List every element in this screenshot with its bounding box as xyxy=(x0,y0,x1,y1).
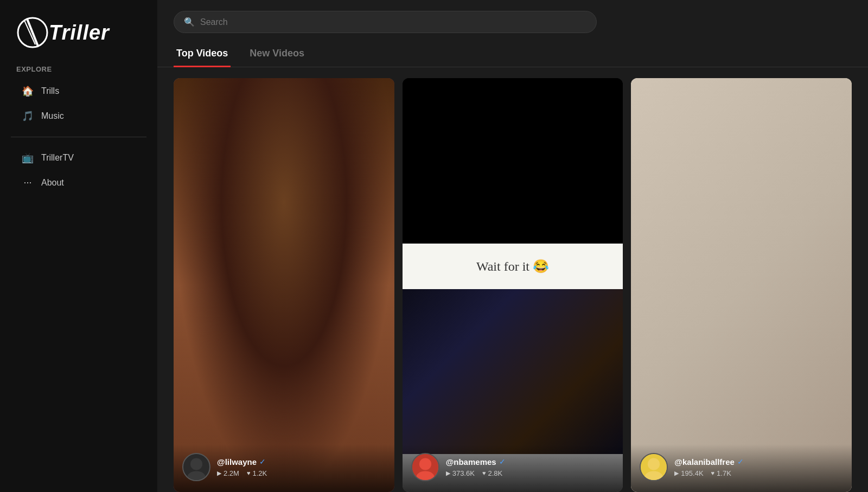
home-icon: 🏠 xyxy=(22,85,34,97)
stats-row-1: ▶ 2.2M ♥ 1.2K xyxy=(217,469,386,477)
svg-point-24 xyxy=(419,458,431,470)
plays-count-1: 2.2M xyxy=(224,469,239,477)
sidebar-item-label: TrillerTV xyxy=(41,153,74,163)
username-row-3: @kalaniballfree ✓ xyxy=(674,457,843,467)
heart-icon-2: ♥ xyxy=(482,470,486,476)
search-bar-wrapper: 🔍 xyxy=(157,0,868,41)
search-bar: 🔍 xyxy=(174,11,597,33)
verified-badge-2: ✓ xyxy=(499,457,506,466)
sidebar-nav: 🏠 Trills 🎵 Music xyxy=(0,79,157,129)
sidebar-nav-secondary: 📺 TrillerTV ··· About xyxy=(0,145,157,195)
verified-badge-3: ✓ xyxy=(737,457,744,466)
likes-stat-3: ♥ 1.7K xyxy=(711,469,731,477)
likes-count-1: 1.2K xyxy=(252,469,267,477)
likes-stat-1: ♥ 1.2K xyxy=(247,469,267,477)
svg-point-37 xyxy=(648,458,660,470)
user-details-1: @lilwayne ✓ ▶ 2.2M ♥ 1.2K xyxy=(217,457,386,477)
logo-area: Triller xyxy=(0,11,157,65)
dots-icon: ··· xyxy=(22,177,34,188)
main-content: 🔍 Top Videos New Videos xyxy=(157,0,868,492)
svg-line-1 xyxy=(27,19,38,46)
triller-logo: Triller xyxy=(16,16,141,49)
explore-label: Explore xyxy=(0,65,157,73)
verified-badge-1: ✓ xyxy=(259,457,266,466)
tab-new-videos[interactable]: New Videos xyxy=(247,41,307,67)
username-1: @lilwayne xyxy=(217,457,257,467)
overlay-text: Wait for it 😂 xyxy=(476,259,549,274)
likes-count-3: 1.7K xyxy=(717,469,731,477)
video-grid: @lilwayne ✓ ▶ 2.2M ♥ 1.2K xyxy=(157,78,868,492)
video-card-lilwayne[interactable]: @lilwayne ✓ ▶ 2.2M ♥ 1.2K xyxy=(174,78,394,492)
video-card-nbamemes[interactable]: Wait for it 😂 xyxy=(403,78,623,492)
avatar-image-3 xyxy=(641,453,667,481)
sidebar-item-trills[interactable]: 🏠 Trills xyxy=(5,79,152,104)
avatar-lilwayne xyxy=(182,453,210,481)
nav-divider xyxy=(11,137,146,137)
plays-count-3: 195.4K xyxy=(681,469,703,477)
plays-stat-2: ▶ 373.6K xyxy=(446,469,475,477)
plays-count-2: 373.6K xyxy=(452,469,475,477)
logo-icon xyxy=(16,16,49,49)
sidebar-item-label: About xyxy=(41,178,64,188)
heart-icon-1: ♥ xyxy=(247,470,251,476)
search-input[interactable] xyxy=(200,17,586,27)
username-3: @kalaniballfree xyxy=(674,457,735,467)
tab-top-videos[interactable]: Top Videos xyxy=(174,41,231,67)
user-info-3: @kalaniballfree ✓ ▶ 195.4K ♥ 1.7K xyxy=(631,444,852,492)
tv-icon: 📺 xyxy=(22,152,34,164)
video-bottom-section xyxy=(403,289,623,455)
stats-row-3: ▶ 195.4K ♥ 1.7K xyxy=(674,469,843,477)
play-icon-1: ▶ xyxy=(217,470,221,477)
user-info-2: @nbamemes ✓ ▶ 373.6K ♥ 2.8K xyxy=(403,444,623,492)
sidebar: Triller Explore 🏠 Trills 🎵 Music 📺 Trill… xyxy=(0,0,157,492)
user-details-2: @nbamemes ✓ ▶ 373.6K ♥ 2.8K xyxy=(446,457,615,477)
play-icon-3: ▶ xyxy=(674,470,679,477)
plays-stat-3: ▶ 195.4K xyxy=(674,469,703,477)
search-icon: 🔍 xyxy=(184,17,195,27)
tabs: Top Videos New Videos xyxy=(157,41,868,67)
music-icon: 🎵 xyxy=(22,110,34,122)
plays-stat-1: ▶ 2.2M xyxy=(217,469,239,477)
username-2: @nbamemes xyxy=(446,457,496,467)
username-row-2: @nbamemes ✓ xyxy=(446,457,615,467)
avatar-kalaniballfree xyxy=(640,453,668,481)
sidebar-item-label: Music xyxy=(41,111,64,121)
sidebar-item-label: Trills xyxy=(41,86,59,96)
video-middle-section: Wait for it 😂 xyxy=(403,244,623,289)
heart-icon-3: ♥ xyxy=(711,470,715,476)
svg-point-17 xyxy=(190,458,202,470)
stats-row-2: ▶ 373.6K ♥ 2.8K xyxy=(446,469,615,477)
likes-count-2: 2.8K xyxy=(488,469,502,477)
user-details-3: @kalaniballfree ✓ ▶ 195.4K ♥ 1.7K xyxy=(674,457,843,477)
username-row-1: @lilwayne ✓ xyxy=(217,457,386,467)
avatar-image-2 xyxy=(412,453,438,481)
video-top-section xyxy=(403,78,623,244)
user-info-1: @lilwayne ✓ ▶ 2.2M ♥ 1.2K xyxy=(174,444,394,492)
video-card-kalaniballfree[interactable]: @kalaniballfree ✓ ▶ 195.4K ♥ 1.7K xyxy=(631,78,852,492)
avatar-image-1 xyxy=(183,453,209,481)
sidebar-item-trillertv[interactable]: 📺 TrillerTV xyxy=(5,145,152,170)
avatar-nbamemes xyxy=(411,453,439,481)
sidebar-item-music[interactable]: 🎵 Music xyxy=(5,104,152,129)
sidebar-item-about[interactable]: ··· About xyxy=(5,170,152,195)
play-icon-2: ▶ xyxy=(446,470,450,477)
likes-stat-2: ♥ 2.8K xyxy=(482,469,502,477)
app-name: Triller xyxy=(49,21,110,44)
